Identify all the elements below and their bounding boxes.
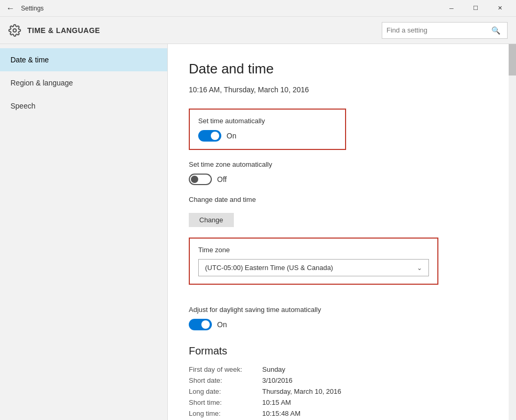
- set-timezone-auto-toggle[interactable]: [189, 174, 212, 185]
- sidebar-item-date-time[interactable]: Date & time: [0, 48, 167, 71]
- set-timezone-auto-label: Set time zone automatically: [189, 160, 495, 168]
- timezone-value: (UTC-05:00) Eastern Time (US & Canada): [205, 264, 333, 272]
- daylight-toggle[interactable]: [189, 319, 212, 330]
- toggle-knob: [201, 320, 210, 329]
- title-bar-controls: ─ ☐ ✕: [439, 0, 512, 17]
- format-value: 3/10/2016: [262, 376, 293, 384]
- formats-list: First day of week: Sunday Short date: 3/…: [189, 365, 495, 417]
- timezone-box: Time zone (UTC-05:00) Eastern Time (US &…: [189, 238, 438, 285]
- formats-title: Formats: [189, 345, 495, 357]
- svg-point-0: [13, 29, 16, 32]
- format-value: 10:15:48 AM: [262, 410, 300, 417]
- format-key: Short date:: [189, 376, 262, 384]
- set-timezone-auto-state: Off: [217, 175, 227, 184]
- daylight-row: On: [189, 319, 495, 330]
- set-time-auto-box: Set time automatically On: [189, 109, 346, 150]
- set-time-auto-state: On: [227, 132, 236, 140]
- main-content: Date and time 10:16 AM, Thursday, March …: [168, 44, 516, 420]
- format-key: Short time:: [189, 399, 262, 406]
- toggle-knob: [191, 176, 198, 183]
- gear-icon: [8, 24, 21, 37]
- format-row-2: Long date: Thursday, March 10, 2016: [189, 387, 495, 395]
- format-value: Sunday: [262, 365, 285, 373]
- app-header-title: TIME & LANGUAGE: [27, 26, 100, 35]
- scrollbar[interactable]: [509, 44, 516, 420]
- sidebar-item-label: Speech: [10, 102, 35, 110]
- back-button[interactable]: ←: [4, 2, 17, 15]
- format-key: Long date:: [189, 387, 262, 395]
- format-value: 10:15 AM: [262, 399, 291, 406]
- format-row-3: Short time: 10:15 AM: [189, 399, 495, 406]
- title-bar-left: ← Settings: [0, 2, 44, 15]
- format-key: First day of week:: [189, 365, 262, 373]
- sidebar-item-speech[interactable]: Speech: [0, 94, 167, 117]
- current-time: 10:16 AM, Thursday, March 10, 2016: [189, 85, 495, 94]
- change-date-section: Change date and time Change: [189, 196, 495, 227]
- title-bar: ← Settings ─ ☐ ✕: [0, 0, 516, 17]
- app-header: TIME & LANGUAGE 🔍: [0, 17, 516, 44]
- search-input[interactable]: [386, 26, 491, 34]
- timezone-dropdown[interactable]: (UTC-05:00) Eastern Time (US & Canada) ⌄: [198, 259, 429, 276]
- set-time-auto-label: Set time automatically: [198, 117, 337, 125]
- scrollbar-thumb[interactable]: [509, 44, 516, 76]
- set-timezone-auto-row: Off: [189, 174, 495, 185]
- set-time-auto-row: On: [198, 130, 337, 142]
- daylight-label: Adjust for daylight saving time automati…: [189, 306, 495, 314]
- daylight-section: Adjust for daylight saving time automati…: [189, 306, 495, 330]
- change-date-label: Change date and time: [189, 196, 495, 203]
- app-header-left: TIME & LANGUAGE: [8, 24, 100, 37]
- page-title: Date and time: [189, 61, 495, 77]
- timezone-label: Time zone: [198, 246, 429, 254]
- timezone-section: Time zone (UTC-05:00) Eastern Time (US &…: [189, 238, 495, 295]
- sidebar-item-region-language[interactable]: Region & language: [0, 71, 167, 94]
- search-box[interactable]: 🔍: [382, 22, 508, 39]
- sidebar-item-label: Date & time: [10, 56, 49, 64]
- minimize-button[interactable]: ─: [439, 0, 464, 17]
- set-timezone-auto-section: Set time zone automatically Off: [189, 160, 495, 185]
- daylight-state: On: [217, 320, 227, 329]
- format-row-4: Long time: 10:15:48 AM: [189, 410, 495, 417]
- format-row-1: Short date: 3/10/2016: [189, 376, 495, 384]
- close-button[interactable]: ✕: [488, 0, 512, 17]
- sidebar: Date & time Region & language Speech: [0, 44, 168, 420]
- set-time-auto-toggle[interactable]: [198, 130, 221, 142]
- search-icon: 🔍: [491, 26, 500, 35]
- format-key: Long time:: [189, 410, 262, 417]
- app-body: Date & time Region & language Speech Dat…: [0, 44, 516, 420]
- chevron-down-icon: ⌄: [417, 264, 422, 272]
- maximize-button[interactable]: ☐: [464, 0, 488, 17]
- sidebar-item-label: Region & language: [10, 79, 73, 87]
- toggle-knob: [211, 132, 219, 140]
- format-value: Thursday, March 10, 2016: [262, 387, 341, 395]
- format-row-0: First day of week: Sunday: [189, 365, 495, 373]
- title-bar-title: Settings: [21, 5, 44, 12]
- change-button[interactable]: Change: [189, 213, 234, 227]
